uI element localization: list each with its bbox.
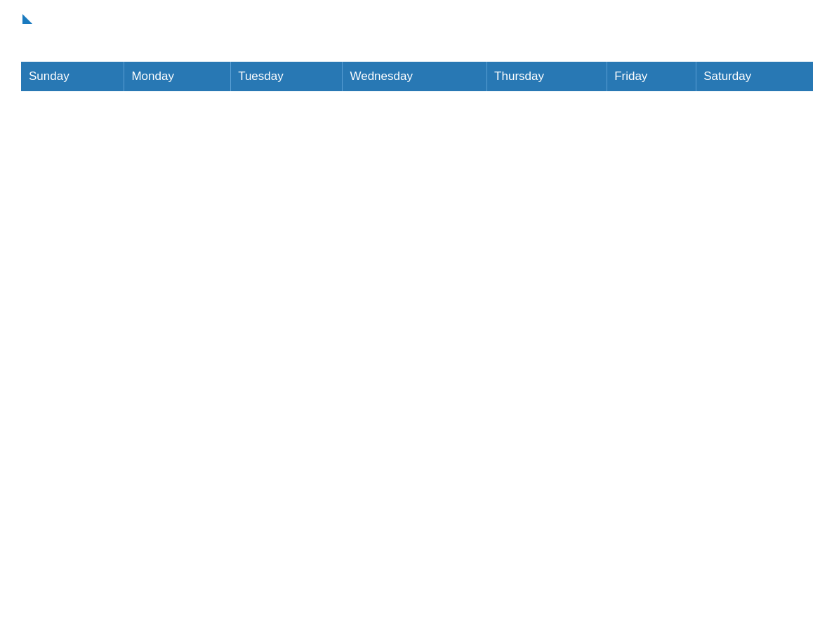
header <box>21 17 813 49</box>
weekday-header-friday: Friday <box>607 62 696 91</box>
weekday-header-row: SundayMondayTuesdayWednesdayThursdayFrid… <box>22 62 813 91</box>
weekday-header-thursday: Thursday <box>487 62 607 91</box>
weekday-header-sunday: Sunday <box>22 62 124 91</box>
weekday-header-saturday: Saturday <box>696 62 813 91</box>
weekday-header-tuesday: Tuesday <box>231 62 343 91</box>
page: SundayMondayTuesdayWednesdayThursdayFrid… <box>0 0 834 112</box>
calendar-table: SundayMondayTuesdayWednesdayThursdayFrid… <box>21 62 813 91</box>
weekday-header-wednesday: Wednesday <box>343 62 487 91</box>
logo <box>21 17 32 49</box>
logo-triangle-icon <box>22 14 32 24</box>
weekday-header-monday: Monday <box>124 62 231 91</box>
